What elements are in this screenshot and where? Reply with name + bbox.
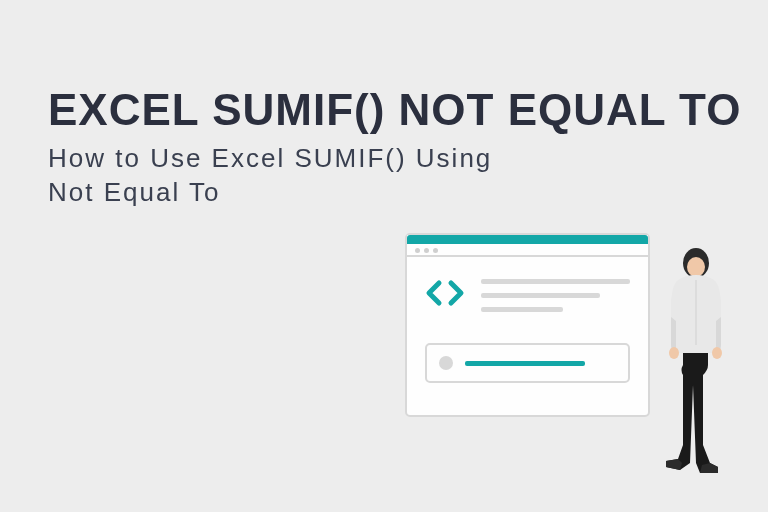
page-subtitle: How to Use Excel SUMIF() Using Not Equal… (48, 142, 508, 210)
svg-point-3 (712, 347, 722, 359)
input-circle-icon (439, 356, 453, 370)
svg-point-2 (669, 347, 679, 359)
person-illustration (658, 245, 738, 485)
browser-titlebar (407, 235, 648, 257)
svg-point-1 (687, 257, 705, 277)
browser-content (407, 257, 648, 399)
page-title: EXCEL SUMIF() NOT EQUAL TO (48, 88, 741, 132)
browser-illustration (405, 233, 650, 417)
code-brackets-icon (425, 273, 465, 313)
placeholder-lines (481, 273, 630, 321)
input-placeholder (425, 343, 630, 383)
window-controls-icon (415, 248, 438, 253)
input-line-icon (465, 361, 585, 366)
